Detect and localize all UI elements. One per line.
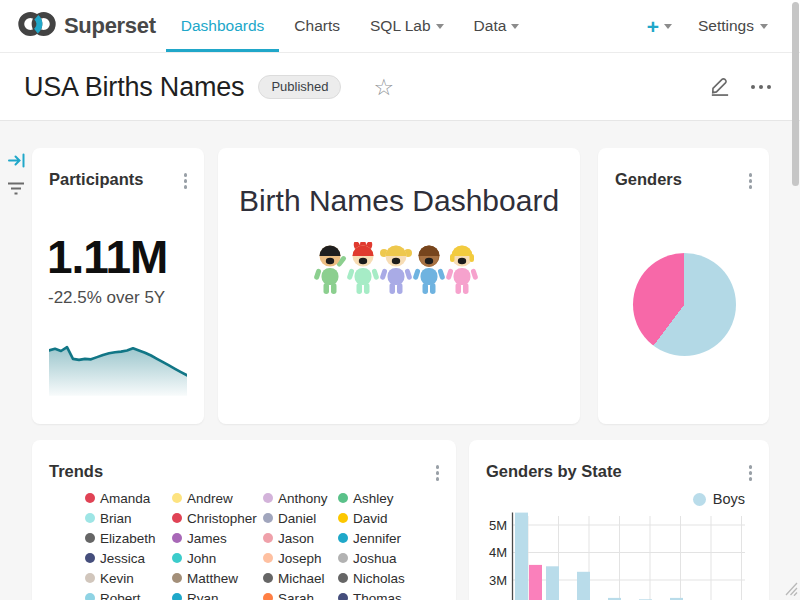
legend-dot bbox=[85, 513, 95, 523]
legend-label: Ashley bbox=[353, 491, 394, 506]
legend-label: Amanda bbox=[100, 491, 150, 506]
nav-item-dashboards[interactable]: Dashboards bbox=[166, 0, 280, 52]
nav-item-sql-lab[interactable]: SQL Lab bbox=[355, 0, 459, 52]
caret-down-icon bbox=[664, 24, 672, 29]
legend-item-matthew[interactable]: Matthew bbox=[172, 568, 263, 588]
legend-item-sarah[interactable]: Sarah bbox=[263, 588, 338, 600]
chart-kebab-menu-icon[interactable] bbox=[434, 463, 442, 483]
nav-item-charts[interactable]: Charts bbox=[279, 0, 355, 52]
legend-item-jason[interactable]: Jason bbox=[263, 528, 338, 548]
legend-item-james[interactable]: James bbox=[172, 528, 263, 548]
genders-pie-chart[interactable] bbox=[633, 253, 736, 356]
chart-kebab-menu-icon[interactable] bbox=[182, 171, 190, 191]
legend-item-christopher[interactable]: Christopher bbox=[172, 508, 263, 528]
big-number-subheader: -22.5% over 5Y bbox=[48, 288, 165, 308]
legend-label: Boys bbox=[713, 491, 745, 507]
legend-dot bbox=[338, 533, 348, 543]
legend-label: James bbox=[187, 531, 227, 546]
caret-down-icon bbox=[760, 24, 768, 29]
legend-item-daniel[interactable]: Daniel bbox=[263, 508, 338, 528]
legend-item-ashley[interactable]: Ashley bbox=[338, 488, 428, 508]
trends-card: Trends AmandaAndrewAnthonyAshleyBrianChr… bbox=[32, 440, 456, 600]
legend-item-michael[interactable]: Michael bbox=[263, 568, 338, 588]
legend-label: Anthony bbox=[278, 491, 328, 506]
dashboard-header: USA Births Names Published ☆ bbox=[0, 54, 800, 121]
settings-menu[interactable]: Settings bbox=[698, 17, 768, 35]
legend-dot bbox=[338, 493, 348, 503]
legend-item-david[interactable]: David bbox=[338, 508, 428, 528]
legend-label: Daniel bbox=[278, 511, 316, 526]
legend-dot bbox=[263, 513, 273, 523]
legend-item-boys[interactable]: Boys bbox=[693, 491, 745, 507]
legend-dot bbox=[172, 573, 182, 583]
caret-down-icon bbox=[436, 24, 444, 29]
svg-text:4M: 4M bbox=[489, 545, 507, 560]
participants-trend-chart[interactable] bbox=[49, 338, 187, 396]
legend-item-ryan[interactable]: Ryan bbox=[172, 588, 263, 600]
boys-bar[interactable] bbox=[515, 513, 528, 600]
legend-dot bbox=[85, 553, 95, 563]
children-illustration bbox=[314, 242, 484, 298]
legend-item-joseph[interactable]: Joseph bbox=[263, 548, 338, 568]
svg-text:5M: 5M bbox=[489, 518, 507, 533]
legend-item-thomas[interactable]: Thomas bbox=[338, 588, 428, 600]
trends-chart-legend: AmandaAndrewAnthonyAshleyBrianChristophe… bbox=[85, 488, 428, 600]
legend-item-amanda[interactable]: Amanda bbox=[85, 488, 172, 508]
participants-card: Participants 1.11M -22.5% over 5Y bbox=[32, 148, 204, 424]
legend-label: Robert bbox=[100, 591, 141, 600]
legend-dot bbox=[693, 493, 706, 506]
legend-label: Joshua bbox=[353, 551, 397, 566]
legend-item-elizabeth[interactable]: Elizabeth bbox=[85, 528, 172, 548]
girls-bar[interactable] bbox=[529, 565, 542, 600]
legend-label: Joseph bbox=[278, 551, 322, 566]
filter-list-icon[interactable] bbox=[7, 181, 25, 200]
legend-label: David bbox=[353, 511, 388, 526]
boys-bar[interactable] bbox=[546, 566, 559, 600]
boys-bar[interactable] bbox=[577, 572, 590, 600]
brand-name: Superset bbox=[64, 13, 156, 39]
vertical-scrollbar[interactable] bbox=[792, 2, 799, 186]
legend-item-nicholas[interactable]: Nicholas bbox=[338, 568, 428, 588]
chart-title: Trends bbox=[49, 462, 103, 481]
legend-label: Andrew bbox=[187, 491, 233, 506]
expand-filter-bar-icon[interactable] bbox=[8, 153, 25, 172]
legend-dot bbox=[172, 593, 182, 600]
legend-dot bbox=[172, 493, 182, 503]
legend-item-kevin[interactable]: Kevin bbox=[85, 568, 172, 588]
legend-label: Nicholas bbox=[353, 571, 405, 586]
legend-item-anthony[interactable]: Anthony bbox=[263, 488, 338, 508]
chart-kebab-menu-icon[interactable] bbox=[747, 463, 755, 483]
legend-item-joshua[interactable]: Joshua bbox=[338, 548, 428, 568]
welcome-heading: Birth Names Dashboard bbox=[218, 184, 580, 218]
legend-item-robert[interactable]: Robert bbox=[85, 588, 172, 600]
genders-card: Genders bbox=[598, 148, 769, 424]
legend-item-andrew[interactable]: Andrew bbox=[172, 488, 263, 508]
legend-item-jessica[interactable]: Jessica bbox=[85, 548, 172, 568]
legend-dot bbox=[338, 513, 348, 523]
edit-dashboard-pencil-icon[interactable] bbox=[708, 73, 731, 101]
legend-dot bbox=[338, 593, 348, 600]
legend-label: Jennifer bbox=[353, 531, 401, 546]
dashboard-actions-menu-icon[interactable] bbox=[747, 81, 775, 93]
legend-item-jennifer[interactable]: Jennifer bbox=[338, 528, 428, 548]
new-item-button[interactable]: + bbox=[647, 16, 672, 37]
legend-dot bbox=[85, 593, 95, 600]
legend-dot bbox=[85, 533, 95, 543]
legend-item-brian[interactable]: Brian bbox=[85, 508, 172, 528]
genders-by-state-chart[interactable]: 5M4M3M bbox=[469, 510, 769, 600]
legend-label: Ryan bbox=[187, 591, 219, 600]
chart-kebab-menu-icon[interactable] bbox=[747, 171, 755, 191]
legend-dot bbox=[172, 553, 182, 563]
genders-by-state-card: Genders by State Boys 5M4M3M bbox=[469, 440, 769, 600]
chart-title: Genders by State bbox=[486, 462, 622, 481]
nav-item-data[interactable]: Data bbox=[459, 0, 535, 52]
favorite-star-icon[interactable]: ☆ bbox=[373, 76, 394, 99]
legend-label: Matthew bbox=[187, 571, 238, 586]
superset-logo-link[interactable]: Superset bbox=[16, 0, 156, 52]
resize-grip-icon[interactable] bbox=[784, 580, 798, 600]
legend-label: John bbox=[187, 551, 216, 566]
welcome-markdown-card: Birth Names Dashboard bbox=[218, 148, 580, 424]
legend-dot bbox=[263, 593, 273, 600]
legend-item-john[interactable]: John bbox=[172, 548, 263, 568]
superset-dashboard-page: Superset Dashboards Charts SQL Lab Data … bbox=[0, 0, 800, 600]
